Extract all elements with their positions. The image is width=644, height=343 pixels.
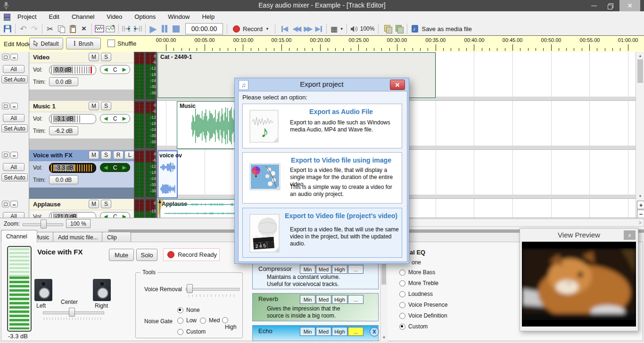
voice-removal-slider[interactable] [186,288,239,291]
track-header[interactable]: Video M S [29,52,134,63]
export-audio-option[interactable]: ♪ Export as Audio File Export to an audi… [242,104,402,148]
record-ready-button[interactable]: Record Ready [163,248,220,261]
echo-med-button[interactable]: Med [316,327,331,336]
noisegate-none-radio[interactable]: None [177,307,200,314]
menu-channel[interactable]: Channel [72,13,94,20]
track-header[interactable]: Voice with FX M S R L [29,150,134,161]
dialog-close-button[interactable]: ✕ [390,80,405,90]
pan-control[interactable]: ◀ C ▶ [100,65,130,74]
pan-left-icon[interactable]: ◀ [104,66,107,73]
echo-high-button[interactable]: High [332,327,347,336]
track-maximize-button[interactable] [2,201,9,207]
track-solo-button[interactable]: S [101,200,111,208]
trim-button[interactable]: -6.2 dB [49,126,78,135]
echo-more-button[interactable]: ... [348,327,363,336]
fade-in-handle[interactable] [158,200,165,218]
scrollbar-thumb[interactable] [637,59,643,83]
pan-right-icon[interactable]: ▶ [123,164,126,171]
track-maximize-button[interactable] [2,54,9,60]
track-mute-button[interactable]: M [89,102,99,110]
reverb-high-button[interactable]: High [332,295,347,304]
channel-fader[interactable] [7,246,32,332]
scroll-up-icon[interactable]: ▲ [636,53,644,58]
volume-slider[interactable]: -3.1 dB [49,114,96,124]
paste-button[interactable] [67,23,78,34]
edit-envelope-button[interactable] [105,23,116,34]
undo-button[interactable]: ↶ [17,23,29,34]
track-maximize-button[interactable] [2,103,9,109]
pause-button[interactable] [159,23,170,34]
scroll-down-icon[interactable]: ▼ [380,335,388,340]
preview-video[interactable] [522,242,636,327]
copy-green-button[interactable] [394,23,405,34]
trim-left-button[interactable] [121,23,132,34]
eq-none-radio[interactable]: one [412,259,421,266]
solo-button[interactable]: Solo [136,249,157,261]
track-minimize-button[interactable] [10,152,18,158]
effect-compressor[interactable]: Compressor Min Med High ... Maintains a … [252,263,379,289]
mute-button[interactable]: Mute [109,249,134,261]
save-button[interactable] [2,23,13,34]
forward-button[interactable]: ▶▶ [302,23,313,34]
grid-view-button[interactable]: ▦ [329,23,340,34]
effect-reverb[interactable]: Reverb Min Med High ... Gives the impres… [252,293,379,321]
track-vertical-scrollbar[interactable]: ▲ ▼ + − [636,52,644,218]
dialog-title-bar[interactable]: ♫ Export project ✕ [235,78,409,91]
track-solo-button[interactable]: S [101,53,111,61]
rewind-button[interactable]: ◀◀ [290,23,302,34]
noisegate-custom-radio[interactable]: Custom [177,328,206,335]
speaker-icon[interactable] [349,23,360,34]
record-dropdown-icon[interactable]: ▼ [265,27,269,31]
restore-button[interactable] [603,0,618,11]
clip-voice[interactable]: voice ov [157,150,178,198]
menu-video[interactable]: Video [107,13,122,20]
effect-remove-button[interactable]: X [370,327,379,336]
record-button[interactable]: Record ▼ [231,25,271,33]
track-set-auto-button[interactable]: Set Auto [1,173,28,181]
grid-dropdown-icon[interactable]: ▼ [340,27,344,31]
menu-window[interactable]: Window [168,13,190,20]
preview-close-button[interactable]: x [624,230,636,240]
track-minimize-button[interactable] [10,54,18,60]
pan-left-icon[interactable]: ◀ [104,115,107,122]
scroll-right-icon[interactable]: > [638,220,642,226]
menu-project[interactable]: Project [17,13,36,20]
pan-right-icon[interactable]: ▶ [123,66,126,73]
track-minimize-button[interactable] [10,103,18,109]
pan-control[interactable]: ◀ C ▶ [100,163,130,172]
zoom-out-button[interactable]: − [637,210,644,218]
eq-more-bass-radio[interactable]: More Bass [399,269,435,276]
track-all-button[interactable]: All [3,114,25,122]
noisegate-med-radio[interactable]: Med [200,317,220,324]
track-mute-button[interactable]: M [89,200,99,208]
trim-button[interactable]: 0.0 dB [49,77,78,86]
delete-button[interactable]: × [78,23,90,34]
minimize-button[interactable]: — [586,0,602,11]
trim-right-button[interactable] [132,23,143,34]
redo-button[interactable]: ↷ [29,23,40,34]
menu-help[interactable]: Help [202,13,215,20]
track-listen-button[interactable]: L [124,151,135,159]
voice-removal-thumb[interactable] [187,284,193,293]
trim-button[interactable]: 0.0 dB [49,175,78,184]
zoom-in-button[interactable]: + [637,201,644,209]
track-all-button[interactable]: All [3,65,25,73]
menu-options[interactable]: Options [134,13,156,20]
eq-voice-presence-radio[interactable]: Voice Presence [399,302,447,309]
compressor-med-button[interactable]: Med [316,265,331,274]
copy-button[interactable] [56,23,67,34]
track-solo-button[interactable]: S [101,102,111,110]
eq-voice-definition-radio[interactable]: Voice Definition [399,312,447,319]
play-button[interactable]: ▶ [148,23,159,34]
pan-control[interactable]: ◀ C ▶ [100,114,130,123]
noisegate-high-radio[interactable]: High [222,317,242,331]
effects-scrollbar[interactable]: ▼ [380,263,388,341]
track-record-button[interactable]: R [113,151,124,159]
tab-channel[interactable]: Channel [1,230,37,242]
compressor-high-button[interactable]: High [332,265,347,274]
zoom-slider-thumb[interactable] [41,220,47,229]
pan-right-icon[interactable]: ▶ [123,115,126,122]
track-set-auto-button[interactable]: Set Auto [1,75,28,83]
export-video-image-option[interactable]: Export to Video file using image Export … [242,152,402,204]
noisegate-low-radio[interactable]: Low [177,317,197,324]
